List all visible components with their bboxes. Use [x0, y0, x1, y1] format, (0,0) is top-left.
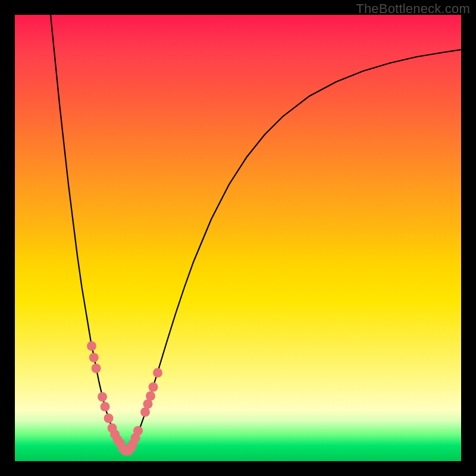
data-point	[87, 342, 96, 351]
bottleneck-curve-chart	[15, 15, 461, 461]
data-point	[101, 402, 110, 412]
curve-right	[127, 50, 461, 452]
dots-left	[87, 342, 125, 449]
watermark-text: TheBottleneck.com	[356, 1, 470, 17]
data-point	[133, 426, 143, 436]
data-point	[104, 414, 114, 423]
plot-frame	[15, 15, 461, 461]
curve-left	[51, 15, 127, 452]
data-point	[126, 443, 136, 453]
dots-bottom	[118, 443, 136, 456]
dots-right	[128, 368, 162, 449]
data-point	[149, 383, 158, 392]
data-point	[89, 353, 99, 362]
data-point	[98, 392, 107, 402]
data-point	[153, 368, 162, 378]
data-point	[92, 364, 101, 373]
data-point	[146, 392, 155, 401]
